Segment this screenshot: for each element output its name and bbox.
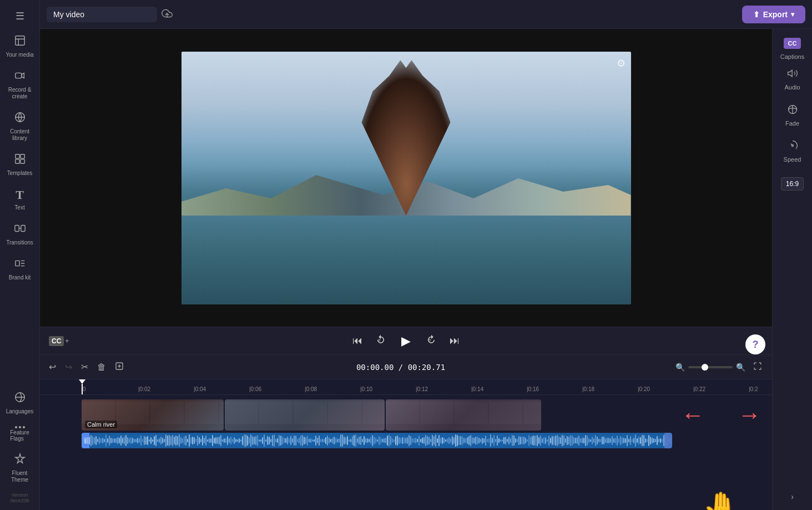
rewind-5s-button[interactable]: 5 [374, 332, 388, 349]
zoom-controls: 🔍 🔍 [675, 363, 745, 372]
sidebar-item-text[interactable]: T Text [2, 183, 38, 216]
cut-button[interactable]: ✂ [79, 359, 90, 374]
playhead-line [82, 384, 83, 394]
media-icon [14, 34, 26, 49]
svg-rect-3 [15, 154, 19, 158]
sidebar-item-your-media-label: Your media [6, 52, 33, 58]
cursor-hand-container: 🤚 [703, 492, 739, 510]
sidebar-item-transitions[interactable]: Transitions [2, 218, 38, 251]
zoom-in-button[interactable]: 🔍 [736, 363, 745, 372]
svg-rect-4 [20, 154, 24, 158]
svg-text:5: 5 [379, 338, 380, 342]
undo-button[interactable]: ↩ [47, 359, 58, 374]
fit-to-screen-button[interactable] [750, 361, 765, 373]
arrow-left-icon: ← [681, 403, 704, 427]
sidebar-item-languages[interactable]: Languages [2, 387, 38, 419]
transitions-icon [14, 222, 26, 237]
waveform-bars [82, 433, 672, 448]
cc-text: CC [788, 40, 797, 47]
right-panel-speed[interactable]: Speed [775, 134, 810, 168]
zoom-thumb[interactable] [702, 364, 708, 371]
sidebar-item-text-label: Text [14, 204, 24, 211]
ruler-marks-container: 0 |0:02 |0:04 |0:06 |0:08 |0:10 |0:12 |0… [40, 386, 772, 392]
speed-icon [787, 140, 798, 154]
timeline-tracks: Calm river ← → [40, 395, 772, 510]
templates-icon [14, 153, 26, 168]
right-panel-audio[interactable]: Audio [775, 62, 810, 96]
fade-icon [787, 104, 798, 118]
svg-rect-6 [20, 159, 24, 163]
export-icon: ⬆ [753, 10, 760, 19]
zoom-out-button[interactable]: 🔍 [675, 363, 685, 372]
preview-settings-icon[interactable]: ⚙ [617, 57, 626, 69]
sidebar-item-more[interactable]: FeatureFlags [2, 422, 38, 446]
export-button[interactable]: ⬆ Export ▾ [742, 6, 805, 23]
playback-controls: CC + ⏮ 5 ▶ 5 ⏭ ⛶ [40, 327, 772, 354]
sidebar-item-fluent-theme[interactable]: FluentTheme [2, 448, 38, 488]
redo-button[interactable]: ↪ [63, 359, 74, 374]
video-clip-1[interactable]: Calm river [82, 399, 224, 431]
help-button[interactable]: ? [745, 334, 765, 354]
main-content: ⬆ Export ▾ ⚙ [40, 0, 812, 510]
zoom-slider[interactable] [688, 366, 733, 368]
audio-track: | [82, 433, 772, 448]
captions-toggle-button[interactable]: CC + [49, 336, 69, 346]
add-media-button[interactable] [113, 359, 126, 375]
fluent-theme-icon [14, 453, 26, 468]
video-clip-3[interactable] [386, 399, 541, 431]
sidebar-item-templates[interactable]: Templates [2, 148, 38, 181]
ruler-mark-04: |0:04 [193, 386, 248, 392]
cc-icon: CC [49, 336, 64, 346]
hamburger-button[interactable]: ☰ [10, 4, 30, 28]
audio-icon [787, 68, 798, 82]
cc-plus: + [65, 337, 69, 345]
sidebar-item-record-create[interactable]: Record &create [2, 65, 38, 104]
sidebar-item-transitions-label: Transitions [6, 239, 33, 246]
water-surface [181, 216, 631, 304]
sidebar-item-brand-kit[interactable]: Brand kit [2, 253, 38, 286]
right-panel-audio-label: Audio [784, 84, 800, 91]
forward-5s-button[interactable]: 5 [424, 332, 438, 349]
arrow-indicator: ← → [681, 403, 761, 427]
sidebar-item-content-library[interactable]: Contentlibrary [2, 107, 38, 146]
audio-waveform[interactable]: | [82, 433, 672, 448]
right-panel-speed-label: Speed [784, 156, 801, 163]
right-panel-fade[interactable]: Fade [775, 98, 810, 132]
project-title-input[interactable] [47, 7, 157, 22]
svg-marker-15 [788, 70, 792, 77]
arrow-right-icon: → [738, 403, 761, 427]
captions-panel-label: Captions [780, 53, 804, 60]
export-dropdown-arrow: ▾ [791, 11, 794, 18]
ruler-mark-0: 0 [82, 386, 137, 392]
video-track: Calm river ← → [82, 399, 772, 431]
audio-end-handle[interactable] [664, 433, 672, 448]
captions-panel-button[interactable]: CC [784, 38, 801, 49]
svg-rect-5 [15, 159, 19, 163]
delete-button[interactable]: 🗑 [95, 360, 108, 374]
sidebar-item-your-media[interactable]: Your media [2, 30, 38, 63]
aspect-ratio-badge[interactable]: 16:9 [781, 177, 804, 191]
sidebar-item-languages-label: Languages [6, 408, 34, 415]
cursor-hand-icon: 🤚 [703, 492, 739, 510]
timeline-ruler[interactable]: 0 |0:02 |0:04 |0:06 |0:08 |0:10 |0:12 |0… [40, 379, 772, 395]
timeline-toolbar: ↩ ↪ ✂ 🗑 00:00.00 / 00:20.71 🔍 [40, 355, 772, 379]
svg-rect-9 [15, 261, 19, 266]
sidebar-item-fluent-label: FluentTheme [11, 470, 28, 483]
svg-rect-0 [15, 36, 24, 46]
playhead-triangle [79, 379, 85, 384]
ruler-mark-18: |0:18 [581, 386, 637, 392]
video-clip-2[interactable] [225, 399, 385, 431]
ruler-mark-06: |0:06 [248, 386, 304, 392]
play-button[interactable]: ▶ [397, 332, 415, 351]
svg-text:5: 5 [429, 338, 431, 342]
ruler-mark-22: |0:22 [692, 386, 748, 392]
skip-to-start-button[interactable]: ⏮ [350, 333, 365, 349]
skip-to-end-button[interactable]: ⏭ [447, 333, 462, 349]
timeline-playhead[interactable] [82, 379, 83, 394]
version-label: Version 0ece20b [0, 490, 39, 506]
ruler-mark-20: |0:20 [637, 386, 692, 392]
collapse-panel-button[interactable]: › [786, 488, 798, 506]
sidebar-item-content-label: Contentlibrary [10, 128, 29, 142]
ruler-mark-14: |0:14 [470, 386, 526, 392]
cloud-save-icon[interactable] [162, 8, 173, 21]
